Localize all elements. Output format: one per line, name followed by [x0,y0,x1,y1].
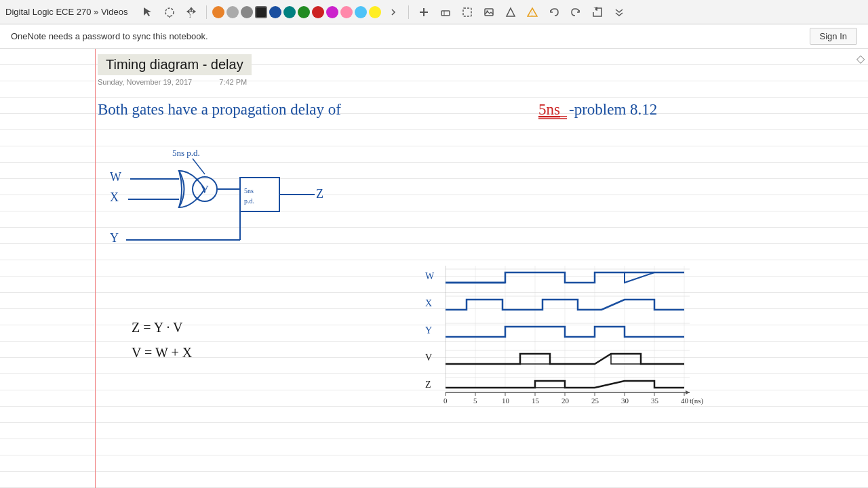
notification-bar: OneNote needs a password to sync this no… [0,24,868,49]
equations-svg: Z = Y · V V = W + X [132,313,301,367]
circuit-diagram: W X V [104,123,389,279]
svg-text:V = W + X: V = W + X [132,345,193,360]
color-black-active[interactable] [255,6,267,18]
toolbar: Digital Logic ECE 270 » Videos ↕ [0,0,868,24]
svg-text:Y: Y [425,325,432,336]
svg-text:Y: Y [110,231,119,245]
svg-point-0 [165,8,174,16]
main-heading-svg: Both gates have a propagation delay of 5… [98,91,708,125]
svg-text:X: X [110,190,119,204]
shapes-button[interactable] [501,3,520,22]
timing-diagram: W X Y V Z [422,262,717,418]
svg-text:Z = Y · V: Z = Y · V [132,320,183,335]
sign-in-button[interactable]: Sign In [810,28,857,45]
svg-rect-30 [240,178,279,211]
notification-text: OneNote needs a password to sync this no… [11,31,810,41]
svg-text:W: W [110,170,121,184]
cursor-tool[interactable] [138,3,157,22]
svg-rect-58 [611,354,641,364]
more-colors-button[interactable] [384,3,403,22]
breadcrumb: Digital Logic ECE 270 » Videos [5,7,127,17]
page-title: Timing diagram - delay [98,54,252,75]
svg-text:40: 40 [681,396,689,405]
color-lightblue[interactable] [355,6,367,18]
svg-text:20: 20 [561,396,570,405]
svg-text:X: X [425,298,432,308]
svg-text:5ns p.d.: 5ns p.d. [172,148,200,158]
warning-icon[interactable]: ! [523,3,542,22]
page-time: 7:42 PM [219,78,247,86]
eraser-button[interactable] [436,3,455,22]
color-darkblue[interactable] [269,6,281,18]
notebook-page[interactable]: ◇ Timing diagram - delay Sunday, Novembe… [0,49,868,488]
svg-rect-59 [535,381,565,388]
svg-text:Both   gates   have   a   prop: Both gates have a propagation delay of [98,101,341,118]
page-date: Sunday, November 19, 2017 [98,78,192,86]
svg-text:25: 25 [591,396,599,405]
color-red[interactable] [312,6,324,18]
svg-text:↕: ↕ [189,12,192,18]
color-green[interactable] [298,6,310,18]
color-teal[interactable] [283,6,296,18]
page-title-area: Timing diagram - delay Sunday, November … [98,54,854,86]
svg-text:Z: Z [316,187,323,201]
color-yellow[interactable] [369,6,381,18]
svg-text:Z: Z [425,380,431,390]
svg-text:-problem  8.12: -problem 8.12 [569,101,657,118]
page-area: ◇ Timing diagram - delay Sunday, Novembe… [0,49,868,488]
svg-marker-61 [686,390,690,394]
undo-button[interactable] [545,3,564,22]
move-tool[interactable]: ↕ [182,3,201,22]
svg-text:30: 30 [621,396,629,405]
add-button[interactable] [414,3,433,22]
collapse-button[interactable] [610,3,629,22]
color-pink[interactable] [340,6,353,18]
svg-rect-7 [463,8,471,16]
color-orange[interactable] [212,6,224,18]
svg-text:5ns: 5ns [244,187,254,195]
share-button[interactable] [588,3,607,22]
selection-button[interactable] [458,3,477,22]
page-meta: Sunday, November 19, 2017 7:42 PM [98,78,854,86]
svg-text:t(ns): t(ns) [690,396,704,405]
handwritten-content: Both gates have a propagation delay of 5… [98,89,854,481]
svg-rect-5 [441,11,450,16]
color-gray2[interactable] [241,6,253,18]
lasso-tool[interactable] [160,3,179,22]
svg-text:V: V [201,184,209,195]
svg-text:p.d.: p.d. [244,197,254,205]
svg-text:15: 15 [532,396,540,405]
svg-text:!: ! [531,10,533,17]
insert-image-button[interactable] [479,3,498,22]
svg-text:10: 10 [502,396,510,405]
toolbar-separator-1 [206,5,207,19]
svg-text:W: W [425,271,435,281]
diamond-icon: ◇ [856,52,865,65]
svg-text:35: 35 [651,396,659,405]
toolbar-separator-2 [408,5,409,19]
svg-line-25 [193,159,205,174]
svg-text:5ns: 5ns [538,101,560,118]
main-area: ◇ Timing diagram - delay Sunday, Novembe… [0,49,868,488]
svg-marker-10 [507,8,515,16]
svg-text:V: V [425,352,432,363]
color-swatches [212,6,381,18]
color-gray1[interactable] [226,6,239,18]
color-magenta[interactable] [326,6,338,18]
redo-button[interactable] [566,3,585,22]
svg-text:5: 5 [473,396,477,405]
svg-text:0: 0 [443,396,448,405]
svg-rect-8 [485,9,493,16]
